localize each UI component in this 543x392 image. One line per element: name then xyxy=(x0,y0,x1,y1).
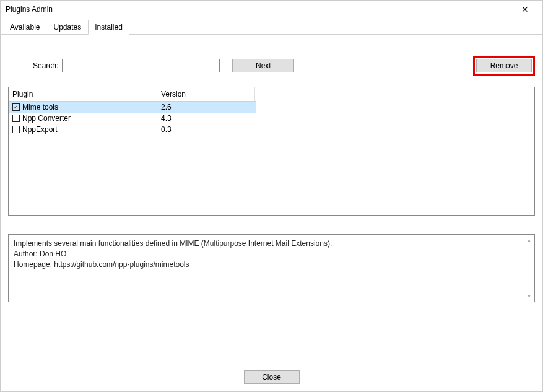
content-area: Search: Next Remove Plugin Version ✓ Mim… xyxy=(1,56,542,302)
list-body: ✓ Mime tools 2.6 Npp Converter 4.3 xyxy=(9,102,256,135)
plugins-admin-dialog: Plugins Admin ✕ Available Updates Instal… xyxy=(0,0,543,392)
scroll-down-icon[interactable]: ▾ xyxy=(528,292,531,300)
scroll-up-icon[interactable]: ▴ xyxy=(528,236,531,245)
search-input[interactable] xyxy=(62,59,220,72)
description-author: Author: Don HO xyxy=(14,249,529,259)
search-row: Search: Next Remove xyxy=(8,56,535,76)
close-icon: ✕ xyxy=(521,4,529,14)
remove-button[interactable]: Remove xyxy=(476,59,532,72)
description-panel: Implements several main functionalities … xyxy=(8,234,535,302)
plugin-version: 2.6 xyxy=(157,102,255,113)
tab-installed[interactable]: Installed xyxy=(88,20,129,35)
row-checkbox[interactable] xyxy=(12,126,20,133)
column-header-version[interactable]: Version xyxy=(157,87,255,101)
plugin-list: Plugin Version ✓ Mime tools 2.6 xyxy=(8,87,535,216)
table-row[interactable]: ✓ Mime tools 2.6 xyxy=(9,102,256,113)
plugin-name: Mime tools xyxy=(22,103,58,111)
column-header-plugin[interactable]: Plugin xyxy=(9,87,157,101)
tab-available[interactable]: Available xyxy=(3,20,46,35)
window-close-button[interactable]: ✕ xyxy=(514,2,536,17)
description-line: Implements several main functionalities … xyxy=(14,238,529,249)
plugin-name: NppExport xyxy=(22,125,58,134)
search-label: Search: xyxy=(33,61,58,70)
plugin-name: Npp Converter xyxy=(22,114,71,123)
row-checkbox[interactable] xyxy=(12,115,20,122)
remove-highlight: Remove xyxy=(473,56,535,76)
table-row[interactable]: NppExport 0.3 xyxy=(9,124,256,135)
tab-updates[interactable]: Updates xyxy=(46,20,88,35)
next-button[interactable]: Next xyxy=(232,59,294,72)
description-scrollbar: ▴ ▾ xyxy=(524,236,533,300)
close-button[interactable]: Close xyxy=(244,370,300,384)
titlebar: Plugins Admin ✕ xyxy=(1,1,542,18)
plugin-version: 0.3 xyxy=(157,124,255,135)
footer: Close xyxy=(1,370,542,384)
window-title: Plugins Admin xyxy=(6,5,53,14)
plugin-version: 4.3 xyxy=(157,113,255,124)
table-row[interactable]: Npp Converter 4.3 xyxy=(9,113,256,124)
list-header: Plugin Version xyxy=(9,87,256,102)
row-checkbox[interactable]: ✓ xyxy=(12,103,20,111)
description-homepage: Homepage: https://github.com/npp-plugins… xyxy=(14,259,529,270)
tabs: Available Updates Installed xyxy=(1,19,542,35)
